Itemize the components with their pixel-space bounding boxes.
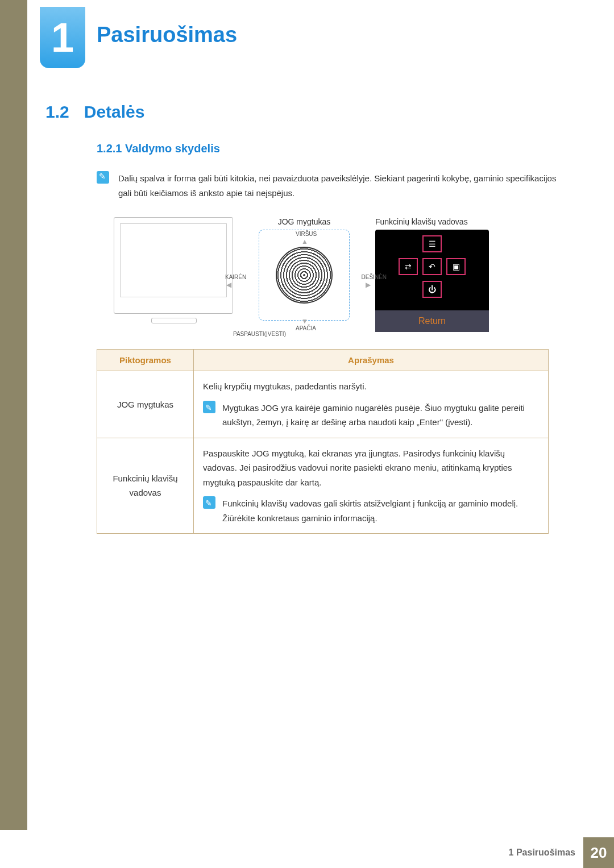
arrow-left-icon: ◀ [226, 281, 231, 289]
menu-icon: ☰ [422, 235, 442, 252]
pencil-note-icon [97, 171, 109, 184]
section-number: 1.2 [45, 102, 69, 122]
top-note-text: Dalių spalva ir forma gali būti kitokia,… [118, 171, 557, 200]
subsection-heading: 1.2.1 Valdymo skydelis [97, 142, 557, 155]
row1-desc-cell: Kelių krypčių mygtukas, padedantis naršy… [194, 371, 549, 438]
row2-icon-label: Funkcinių klavišų vadovas [97, 438, 194, 534]
function-key-guide-title: Funkcinių klavišų vadovas [375, 217, 506, 226]
row1-icon-label: JOG mygtukas [97, 371, 194, 438]
chapter-number-tab: 1 [40, 7, 85, 68]
subsection-title: Valdymo skydelis [125, 142, 220, 155]
row2-desc-cell: Paspauskite JOG mygtuką, kai ekranas yra… [194, 438, 549, 534]
section-heading: 1.2 Detalės [45, 102, 557, 122]
table-header-desc: Aprašymas [194, 350, 549, 371]
page-footer: 1 Pasiruošimas 20 [0, 837, 614, 868]
jog-press-enter-label: PASPAUSTI(ĮVESTI) [233, 331, 286, 337]
arrow-down-icon: ▼ [301, 317, 308, 325]
row1-note-text: Mygtukas JOG yra kairėje gaminio nugarėl… [222, 401, 539, 430]
sidebar-strip [0, 0, 27, 830]
top-note: Dalių spalva ir forma gali būti kitokia,… [97, 171, 557, 200]
row2-note-text: Funkcinių klavišų vadovas gali skirtis a… [222, 496, 539, 525]
pencil-note-icon [203, 401, 215, 413]
function-key-return-label: Return [375, 310, 489, 332]
arrow-right-icon: ▶ [366, 281, 371, 289]
table-header-icons: Piktogramos [97, 350, 194, 371]
jog-down-label: APAČIA [296, 325, 316, 331]
function-key-guide: Funkcinių klavišų vadovas ☰ ⇄ ↶ ▣ ⏻ Retu… [375, 217, 506, 332]
row2-desc-text: Paspauskite JOG mygtuką, kai ekranas yra… [203, 446, 539, 490]
section-title: Detalės [84, 102, 145, 122]
description-table: Piktogramos Aprašymas JOG mygtukas Kelių… [97, 349, 549, 534]
table-row: Funkcinių klavišų vadovas Paspauskite JO… [97, 438, 549, 534]
subsection-number: 1.2.1 [97, 142, 122, 155]
monitor-illustration [114, 217, 233, 314]
row1-desc-text: Kelių krypčių mygtukas, padedantis naršy… [203, 379, 539, 394]
loop-icon: ⇄ [399, 258, 418, 275]
jog-left-label: KAIRĖN [225, 274, 246, 280]
jog-button-label: JOG mygtukas [244, 217, 364, 226]
function-key-guide-panel: ☰ ⇄ ↶ ▣ ⏻ Return [375, 230, 489, 332]
diagram-area: JOG mygtukas VIRŠUS ▲ KAIRĖN ◀ DEŠINĖN ▶… [114, 217, 557, 332]
jog-button-illustration: JOG mygtukas VIRŠUS ▲ KAIRĖN ◀ DEŠINĖN ▶… [244, 217, 364, 321]
back-icon: ↶ [422, 258, 442, 275]
pencil-note-icon [203, 496, 215, 509]
footer-page-number: 20 [583, 837, 614, 868]
pip-icon: ▣ [446, 258, 466, 275]
power-icon: ⏻ [422, 281, 442, 298]
table-row: JOG mygtukas Kelių krypčių mygtukas, pad… [97, 371, 549, 438]
chapter-title: Pasiruošimas [97, 23, 237, 47]
jog-dial-icon [276, 247, 333, 304]
footer-chapter-label: 1 Pasiruošimas [509, 848, 575, 858]
jog-right-label: DEŠINĖN [362, 274, 387, 280]
